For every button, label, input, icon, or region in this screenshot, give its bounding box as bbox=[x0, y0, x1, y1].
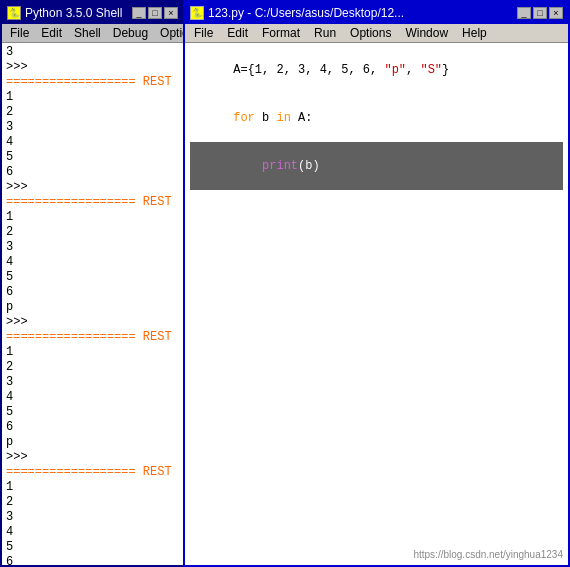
shell-output-line: 5 bbox=[6, 540, 179, 555]
shell-menu-file[interactable]: File bbox=[4, 25, 35, 41]
editor-titlebar-left: 🐍 123.py - C:/Users/asus/Desktop/12... bbox=[190, 6, 404, 20]
shell-output-line: p bbox=[6, 435, 179, 450]
watermark: https://blog.csdn.net/yinghua1234 bbox=[413, 549, 563, 560]
editor-window-controls: _ □ × bbox=[517, 7, 563, 19]
code-text: (b) bbox=[298, 159, 320, 173]
shell-output-line: 2 bbox=[6, 105, 179, 120]
shell-rest-4: ================== REST bbox=[6, 465, 179, 480]
editor-menu-window[interactable]: Window bbox=[398, 25, 455, 41]
shell-output-line: 4 bbox=[6, 525, 179, 540]
shell-prompt: >>> bbox=[6, 315, 179, 330]
code-keyword: for bbox=[233, 111, 255, 125]
code-text: A={1, 2, 3, 4, 5, 6, bbox=[233, 63, 384, 77]
shell-output-line: 3 bbox=[6, 120, 179, 135]
shell-menubar: File Edit Shell Debug Options bbox=[2, 24, 183, 43]
shell-output-line: 3 bbox=[6, 240, 179, 255]
shell-output-line: 2 bbox=[6, 495, 179, 510]
shell-prompt: >>> bbox=[6, 450, 179, 465]
shell-output-line: 1 bbox=[6, 480, 179, 495]
shell-output-line: 2 bbox=[6, 225, 179, 240]
shell-prompt: >>> bbox=[6, 60, 179, 75]
editor-title: 123.py - C:/Users/asus/Desktop/12... bbox=[208, 6, 404, 20]
shell-window: 🐍 Python 3.5.0 Shell _ □ × File Edit She… bbox=[0, 0, 185, 567]
code-builtin: print bbox=[262, 159, 298, 173]
code-keyword: in bbox=[276, 111, 290, 125]
shell-titlebar: 🐍 Python 3.5.0 Shell _ □ × bbox=[2, 2, 183, 24]
editor-menu-run[interactable]: Run bbox=[307, 25, 343, 41]
shell-menu-shell[interactable]: Shell bbox=[68, 25, 107, 41]
shell-output-line: 3 bbox=[6, 45, 179, 60]
shell-menu-edit[interactable]: Edit bbox=[35, 25, 68, 41]
editor-maximize-button[interactable]: □ bbox=[533, 7, 547, 19]
minimize-button[interactable]: _ bbox=[132, 7, 146, 19]
shell-output-line: 1 bbox=[6, 90, 179, 105]
shell-output-line: 4 bbox=[6, 390, 179, 405]
code-line-3: print(b) bbox=[190, 142, 563, 190]
shell-rest-1: ================== REST bbox=[6, 75, 179, 90]
shell-output-line: 2 bbox=[6, 360, 179, 375]
shell-output-line: 4 bbox=[6, 135, 179, 150]
code-string: "S" bbox=[420, 63, 442, 77]
shell-output-line: 5 bbox=[6, 270, 179, 285]
editor-menu-file[interactable]: File bbox=[187, 25, 220, 41]
editor-minimize-button[interactable]: _ bbox=[517, 7, 531, 19]
code-text: A: bbox=[291, 111, 313, 125]
shell-rest-3: ================== REST bbox=[6, 330, 179, 345]
editor-titlebar: 🐍 123.py - C:/Users/asus/Desktop/12... _… bbox=[185, 2, 568, 24]
shell-rest-2: ================== REST bbox=[6, 195, 179, 210]
shell-output-line: 1 bbox=[6, 210, 179, 225]
shell-window-controls: _ □ × bbox=[132, 7, 178, 19]
shell-output-line: 6 bbox=[6, 420, 179, 435]
maximize-button[interactable]: □ bbox=[148, 7, 162, 19]
python-icon: 🐍 bbox=[7, 6, 21, 20]
shell-output-line: 5 bbox=[6, 150, 179, 165]
code-text: , bbox=[406, 63, 420, 77]
code-line-2: for b in A: bbox=[190, 94, 563, 142]
shell-content[interactable]: 3 >>> ================== REST 1 2 3 4 5 … bbox=[2, 43, 183, 565]
editor-menu-help[interactable]: Help bbox=[455, 25, 494, 41]
shell-output-line: 5 bbox=[6, 405, 179, 420]
code-indent bbox=[233, 159, 262, 173]
shell-prompt: >>> bbox=[6, 180, 179, 195]
editor-menu-format[interactable]: Format bbox=[255, 25, 307, 41]
shell-output-line: p bbox=[6, 300, 179, 315]
editor-python-icon: 🐍 bbox=[190, 6, 204, 20]
editor-window: 🐍 123.py - C:/Users/asus/Desktop/12... _… bbox=[183, 0, 570, 567]
shell-output-line: 6 bbox=[6, 555, 179, 565]
editor-menu-edit[interactable]: Edit bbox=[220, 25, 255, 41]
code-line-1: A={1, 2, 3, 4, 5, 6, "p", "S"} bbox=[190, 46, 563, 94]
shell-output-line: 4 bbox=[6, 255, 179, 270]
shell-titlebar-left: 🐍 Python 3.5.0 Shell bbox=[7, 6, 122, 20]
shell-menu-debug[interactable]: Debug bbox=[107, 25, 154, 41]
shell-output-line: 3 bbox=[6, 510, 179, 525]
shell-title: Python 3.5.0 Shell bbox=[25, 6, 122, 20]
editor-menu-options[interactable]: Options bbox=[343, 25, 398, 41]
editor-content[interactable]: A={1, 2, 3, 4, 5, 6, "p", "S"} for b in … bbox=[185, 43, 568, 565]
shell-output-line: 6 bbox=[6, 285, 179, 300]
shell-output-line: 3 bbox=[6, 375, 179, 390]
code-text: b bbox=[255, 111, 277, 125]
code-text: } bbox=[442, 63, 449, 77]
editor-menubar: File Edit Format Run Options Window Help bbox=[185, 24, 568, 43]
code-string: "p" bbox=[384, 63, 406, 77]
shell-output-line: 1 bbox=[6, 345, 179, 360]
close-button[interactable]: × bbox=[164, 7, 178, 19]
editor-close-button[interactable]: × bbox=[549, 7, 563, 19]
shell-output-line: 6 bbox=[6, 165, 179, 180]
